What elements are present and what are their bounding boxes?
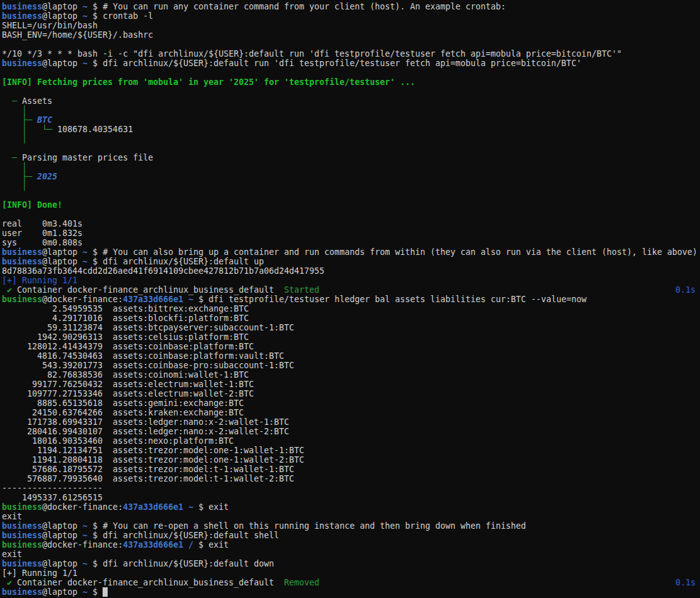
terminal-text: business xyxy=(2,540,42,550)
terminal-line: business@docker-finance:437a33d666e1 / $… xyxy=(2,540,700,550)
terminal-line: 543.39201773 assets:coinbase-pro:subacco… xyxy=(2,361,700,370)
terminal-text: │ xyxy=(2,181,27,191)
terminal-text: @laptop xyxy=(42,59,82,68)
terminal-text: │ xyxy=(2,162,27,172)
terminal-line: 24150.63764266 assets:kraken:exchange:BT… xyxy=(2,408,700,417)
terminal-text: exit xyxy=(2,550,22,559)
terminal-text: 437a33d666e1 xyxy=(123,502,183,512)
terminal-text: ─ xyxy=(2,96,22,106)
terminal-text: │ └─ xyxy=(2,125,57,134)
terminal-line: 2.54959535 assets:bittrex:exchange:BTC xyxy=(2,304,700,313)
terminal-text: 8885.65135618 assets:gemini:exchange:BTC xyxy=(2,398,244,408)
terminal-text: ├─ xyxy=(2,115,37,125)
terminal-line xyxy=(2,191,700,200)
terminal-text: Assets xyxy=(22,96,52,106)
terminal-line: │ └─ 108678.40354631 xyxy=(2,125,700,134)
terminal-text: $ exit xyxy=(193,502,229,512)
terminal-text: @laptop xyxy=(42,521,82,531)
terminal-line: sys 0m0.808s xyxy=(2,238,700,247)
terminal-text: real 0m3.401s xyxy=(2,219,82,228)
terminal-text: user 0m1.832s xyxy=(2,228,82,238)
terminal-line: SHELL=/usr/bin/bash xyxy=(2,21,700,30)
terminal-text: $ dfi testprofile/testuser hledger bal a… xyxy=(193,295,586,304)
terminal-line: ─ Assets xyxy=(2,96,700,106)
terminal-line: 171738.69943317 assets:ledger:nano:x-2:w… xyxy=(2,417,700,427)
terminal-text: 11941.20804118 assets:trezor:model:one-1… xyxy=(2,455,304,465)
terminal-text: 0.1s xyxy=(675,285,696,295)
terminal-line: 4.29171016 assets:blockfi:platform:BTC xyxy=(2,313,700,323)
terminal-line: business@laptop ~ $ # You can re-open a … xyxy=(2,521,700,531)
terminal-line xyxy=(2,68,700,77)
terminal-text: 171738.69943317 assets:ledger:nano:x-2:w… xyxy=(2,417,289,427)
terminal-text: business xyxy=(2,257,42,266)
terminal-text: @laptop xyxy=(42,257,82,266)
terminal-text: @laptop xyxy=(42,587,82,597)
terminal-text: @laptop xyxy=(42,247,82,257)
terminal-line: BASH_ENV=/home/${USER}/.bashrc xyxy=(2,30,700,40)
terminal-text: [INFO] Done! xyxy=(2,200,62,210)
terminal-text: ~ xyxy=(82,531,88,540)
terminal-text: 2.54959535 assets:bittrex:exchange:BTC xyxy=(2,304,249,313)
terminal-line: business@laptop ~ $ # You can also bring… xyxy=(2,247,700,257)
terminal-text: ─ xyxy=(2,153,22,162)
terminal-line: 1194.12134751 assets:trezor:model:one-1:… xyxy=(2,446,700,455)
terminal-text: $ # You can run any container command fr… xyxy=(88,2,505,11)
terminal-text: Container docker-finance_archlinux_busin… xyxy=(12,285,284,295)
terminal-line: [INFO] Done! xyxy=(2,200,700,210)
terminal-line xyxy=(2,40,700,49)
terminal-text: $ dfi archlinux/${USER}:default run 'dfi… xyxy=(88,59,582,68)
terminal-text: $ dfi archlinux/${USER}:default down xyxy=(88,559,274,568)
terminal-text: [+] Running 1/1 xyxy=(2,568,77,578)
terminal-text: [INFO] Fetching prices from 'mobula' in … xyxy=(2,77,415,87)
terminal-text: $ dfi archlinux/${USER}:default up xyxy=(88,257,264,266)
terminal-line: exit xyxy=(2,512,700,521)
terminal-text: ~ xyxy=(82,247,88,257)
terminal-text: business xyxy=(2,502,42,512)
terminal-line: business@laptop ~ $ dfi archlinux/${USER… xyxy=(2,257,700,266)
terminal-text: 109777.27153346 assets:electrum:wallet-2… xyxy=(2,389,254,398)
terminal[interactable]: business@laptop ~ $ # You can run any co… xyxy=(0,0,700,598)
terminal-text: @laptop xyxy=(42,2,82,11)
terminal-line: [+] Running 1/1 xyxy=(2,276,700,285)
terminal-text: exit xyxy=(2,512,22,521)
terminal-text: ✔ xyxy=(2,578,12,587)
terminal-text: business xyxy=(2,295,42,304)
terminal-text: BASH_ENV=/home/${USER}/.bashrc xyxy=(2,30,153,40)
terminal-text: business xyxy=(2,2,42,11)
terminal-text: @docker-finance: xyxy=(42,540,123,550)
terminal-line: 57686.18795572 assets:trezor:model:t-1:w… xyxy=(2,465,700,474)
terminal-text: 8d78836a73fb3644cdd2d26aed41f6914109cbee… xyxy=(2,266,324,276)
terminal-line: business@laptop ~ $ xyxy=(2,587,700,597)
cursor xyxy=(103,587,108,597)
terminal-text: business xyxy=(2,531,42,540)
terminal-text: 4.29171016 assets:blockfi:platform:BTC xyxy=(2,313,249,323)
terminal-line: ├─ BTC xyxy=(2,115,700,125)
terminal-line: 11941.20804118 assets:trezor:model:one-1… xyxy=(2,455,700,465)
terminal-text: Parsing master prices file xyxy=(22,153,153,162)
terminal-text: ~ xyxy=(82,521,88,531)
terminal-text: ├─ xyxy=(2,172,37,181)
terminal-text: 0.1s xyxy=(675,578,696,587)
terminal-text: 57686.18795572 assets:trezor:model:t-1:w… xyxy=(2,465,294,474)
terminal-line: ─ Parsing master prices file xyxy=(2,153,700,162)
terminal-text: $ dfi archlinux/${USER}:default shell xyxy=(88,531,279,540)
terminal-text: @laptop xyxy=(42,11,82,21)
terminal-text: $ xyxy=(88,587,103,597)
terminal-text: 576887.79935640 assets:trezor:model:t-1:… xyxy=(2,474,294,483)
terminal-text: BTC xyxy=(37,115,52,125)
terminal-text: 24150.63764266 assets:kraken:exchange:BT… xyxy=(2,408,244,417)
terminal-text: -------------------- xyxy=(2,483,103,493)
terminal-text: 1495337.61256515 xyxy=(2,493,103,502)
terminal-text: 1194.12134751 assets:trezor:model:one-1:… xyxy=(2,446,304,455)
terminal-line: business@docker-finance:437a33d666e1 ~ $… xyxy=(2,502,700,512)
terminal-text: ~ xyxy=(82,11,88,21)
terminal-text: 1942.90296313 assets:celsius:platform:BT… xyxy=(2,332,249,342)
terminal-text: 108678.40354631 xyxy=(57,125,133,134)
terminal-line: */10 */3 * * * bash -i -c "dfi archlinux… xyxy=(2,49,700,59)
terminal-text: Started xyxy=(284,285,319,295)
terminal-line: 1942.90296313 assets:celsius:platform:BT… xyxy=(2,332,700,342)
terminal-line: ✔ Container docker-finance_archlinux_bus… xyxy=(2,578,700,587)
terminal-text: 543.39201773 assets:coinbase-pro:subacco… xyxy=(2,361,294,370)
terminal-line: [INFO] Fetching prices from 'mobula' in … xyxy=(2,77,700,87)
terminal-line: business@laptop ~ $ # You can run any co… xyxy=(2,2,700,11)
